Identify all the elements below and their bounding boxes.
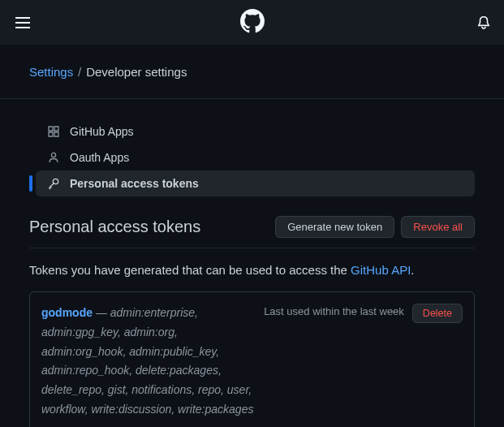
side-nav: GitHub Apps Oauth Apps Personal access t… — [29, 119, 475, 196]
breadcrumb-separator: / — [78, 65, 81, 79]
svg-point-0 — [51, 153, 55, 157]
topbar — [0, 0, 504, 45]
sidenav-item-personal-access-tokens[interactable]: Personal access tokens — [36, 170, 475, 196]
heading-row: Personal access tokens Generate new toke… — [29, 216, 475, 248]
sidenav-item-oauth-apps[interactable]: Oauth Apps — [36, 144, 475, 170]
github-api-link[interactable]: GitHub API — [351, 263, 411, 277]
sidenav-item-label: GitHub Apps — [70, 125, 134, 138]
delete-token-button[interactable]: Delete — [412, 304, 463, 323]
breadcrumb-parent[interactable]: Settings — [29, 65, 73, 79]
sidenav-item-github-apps[interactable]: GitHub Apps — [36, 119, 475, 144]
page-title: Personal access tokens — [29, 218, 200, 236]
token-scopes: admin:enterprise, admin:gpg_key, admin:o… — [41, 306, 253, 416]
breadcrumb-current: Developer settings — [86, 65, 187, 79]
svg-point-1 — [53, 179, 58, 183]
lead-after: . — [411, 263, 414, 277]
person-icon — [47, 151, 60, 164]
notifications-icon[interactable] — [476, 15, 491, 30]
lead-text: Tokens you have generated that can be us… — [29, 263, 475, 277]
apps-icon — [47, 125, 60, 138]
revoke-all-button[interactable]: Revoke all — [401, 216, 475, 238]
generate-token-button[interactable]: Generate new token — [275, 216, 394, 238]
hamburger-icon[interactable] — [13, 13, 32, 32]
token-dash: — — [93, 306, 110, 319]
token-box: godmode — admin:enterprise, admin:gpg_ke… — [29, 291, 475, 427]
github-logo-icon[interactable] — [240, 9, 265, 36]
sidenav-item-label: Personal access tokens — [70, 177, 199, 190]
token-last-used: Last used within the last week — [264, 305, 404, 317]
token-name[interactable]: godmode — [41, 306, 93, 319]
breadcrumb: Settings / Developer settings — [0, 45, 504, 99]
sidenav-item-label: Oauth Apps — [70, 151, 129, 164]
key-icon — [47, 177, 60, 190]
lead-before: Tokens you have generated that can be us… — [29, 263, 351, 277]
